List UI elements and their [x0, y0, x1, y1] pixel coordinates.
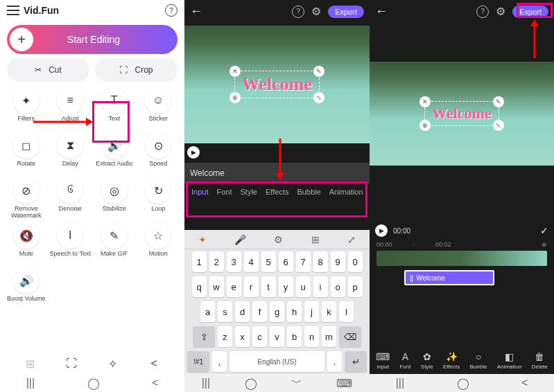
- key-9[interactable]: 9: [331, 251, 345, 272]
- key-d[interactable]: d: [235, 301, 250, 322]
- templates-icon[interactable]: ⊞: [21, 355, 40, 373]
- tool-delete[interactable]: 🗑Delete: [532, 351, 548, 370]
- key-3[interactable]: 3: [227, 251, 241, 272]
- scan-icon[interactable]: ⛶: [62, 355, 80, 373]
- copy-handle[interactable]: ⊕: [230, 92, 241, 103]
- nav-home-icon[interactable]: ◯: [457, 377, 469, 390]
- key-u[interactable]: u: [296, 276, 311, 297]
- tool-motion[interactable]: ☆Motion: [137, 222, 181, 265]
- text-overlay-box[interactable]: Welcome ✕ ✎ ⊕ ⤡: [234, 71, 320, 98]
- help-icon[interactable]: ?: [292, 6, 304, 18]
- tool-loop[interactable]: ↻Loop: [137, 177, 181, 220]
- key-l[interactable]: l: [339, 301, 354, 322]
- resize-handle[interactable]: ⤡: [313, 92, 324, 103]
- key-period[interactable]: .: [327, 351, 342, 372]
- key-q[interactable]: q: [192, 276, 207, 297]
- key-n[interactable]: n: [304, 326, 319, 347]
- tool-bubble[interactable]: ○Bubble: [470, 351, 487, 370]
- key-w[interactable]: w: [209, 276, 224, 297]
- menu-icon[interactable]: [7, 6, 19, 15]
- edit-handle[interactable]: ✎: [493, 96, 504, 107]
- tool-delay[interactable]: ⧗Delay: [49, 132, 93, 175]
- start-editing-button[interactable]: + Start Editing: [7, 25, 178, 54]
- confirm-icon[interactable]: ✓: [540, 225, 548, 236]
- tool-mute[interactable]: 🔇Mute: [4, 222, 49, 265]
- tool-denoise[interactable]: ၆Denoise: [49, 177, 93, 220]
- key-m[interactable]: m: [322, 326, 336, 347]
- export-button[interactable]: Export: [328, 6, 364, 18]
- tool-speech-to-text[interactable]: ISpeech to Text: [49, 222, 93, 265]
- key-j[interactable]: j: [304, 301, 319, 322]
- key-p[interactable]: p: [348, 276, 363, 297]
- kb-settings-icon[interactable]: ⚙: [274, 234, 283, 245]
- key-y[interactable]: y: [279, 276, 293, 297]
- key-k[interactable]: k: [322, 301, 336, 322]
- key-comma[interactable]: ,: [212, 351, 227, 372]
- tool-make-gif[interactable]: ✎Make GIF: [92, 222, 137, 265]
- keyboard[interactable]: ✦ 🎤 ⚙ ⊞ ⤢ 1234567890 qwertyuiop asdfghjk…: [184, 230, 370, 374]
- back-button[interactable]: ←: [375, 4, 388, 19]
- copy-handle[interactable]: ⊕: [419, 120, 431, 131]
- tool-rotate[interactable]: ◻Rotate: [4, 132, 49, 175]
- tab-animation[interactable]: Animation: [329, 188, 363, 196]
- kb-emoji-icon[interactable]: ✦: [198, 234, 207, 245]
- kb-grid-icon[interactable]: ⊞: [311, 234, 320, 245]
- video-track[interactable]: [376, 251, 547, 266]
- tool-remove-watermark[interactable]: ⊘Remove Watermark: [4, 177, 49, 220]
- play-button[interactable]: ▶: [375, 224, 388, 237]
- nav-recent-icon[interactable]: |||: [202, 377, 210, 389]
- key-0[interactable]: 0: [348, 251, 363, 272]
- key-t[interactable]: t: [261, 276, 276, 297]
- tool-speed[interactable]: ⊙Speed: [137, 132, 181, 175]
- key-f[interactable]: f: [252, 301, 267, 322]
- tool-text[interactable]: TText: [92, 87, 137, 130]
- key-8[interactable]: 8: [313, 251, 328, 272]
- key-c[interactable]: c: [252, 326, 267, 347]
- key-4[interactable]: 4: [244, 251, 259, 272]
- tool-font[interactable]: AFont: [399, 351, 410, 370]
- key-i[interactable]: i: [313, 276, 328, 297]
- tab-bubble[interactable]: Bubble: [297, 188, 320, 196]
- tool-sticker[interactable]: ☺Sticker: [137, 87, 181, 130]
- tool-effects[interactable]: ✨Effects: [443, 351, 460, 370]
- text-input-field[interactable]: Welcome: [190, 168, 364, 178]
- text-overlay-box[interactable]: Welcome ✕ ✎ ⊕ ⤡: [424, 101, 499, 126]
- tool-adjust[interactable]: ≡Adjust: [49, 87, 93, 130]
- nav-recent-icon[interactable]: |||: [396, 377, 404, 389]
- nav-collapse-icon[interactable]: ﹀: [291, 376, 302, 391]
- tool-stabilize[interactable]: ◎Stabilize: [92, 177, 137, 220]
- key-v[interactable]: v: [270, 326, 284, 347]
- delete-handle[interactable]: ✕: [419, 96, 431, 107]
- tab-style[interactable]: Style: [240, 188, 257, 196]
- key-r[interactable]: r: [244, 276, 259, 297]
- tool-style[interactable]: ✿Style: [421, 351, 433, 370]
- text-clip[interactable]: ||Welcome: [404, 270, 494, 285]
- help-icon[interactable]: ?: [476, 6, 489, 18]
- key-b[interactable]: b: [287, 326, 302, 347]
- help-icon[interactable]: ?: [165, 4, 178, 17]
- key-1[interactable]: 1: [192, 251, 207, 272]
- key-5[interactable]: 5: [261, 251, 276, 272]
- resize-handle[interactable]: ⤡: [493, 120, 504, 131]
- cut-button[interactable]: ✂Cut: [7, 58, 89, 82]
- settings-icon[interactable]: ⚙: [311, 5, 321, 18]
- nav-recent-icon[interactable]: |||: [26, 377, 35, 389]
- video-preview[interactable]: Welcome ✕ ✎ ⊕ ⤡: [370, 62, 554, 166]
- zoom-icon[interactable]: ⊕: [542, 241, 547, 248]
- nav-keyboard-icon[interactable]: ⌨: [336, 377, 352, 390]
- tool-filters[interactable]: ✦Filters: [4, 87, 49, 130]
- tool-animation[interactable]: ◧Animation: [497, 351, 522, 370]
- key-a[interactable]: a: [200, 301, 215, 322]
- nav-home-icon[interactable]: ◯: [87, 377, 100, 390]
- effects-icon[interactable]: ✧: [104, 355, 122, 373]
- video-preview[interactable]: Welcome ✕ ✎ ⊕ ⤡ ▶: [184, 26, 370, 143]
- key-h[interactable]: h: [287, 301, 302, 322]
- play-button[interactable]: ▶: [187, 146, 200, 159]
- key-symbols[interactable]: !#1: [187, 351, 209, 372]
- delete-handle[interactable]: ✕: [230, 66, 241, 77]
- export-button[interactable]: Export: [512, 6, 548, 18]
- settings-icon[interactable]: ⚙: [496, 5, 505, 18]
- tab-effects[interactable]: Effects: [266, 188, 288, 196]
- edit-handle[interactable]: ✎: [313, 66, 324, 77]
- key-backspace[interactable]: ⌫: [339, 326, 361, 347]
